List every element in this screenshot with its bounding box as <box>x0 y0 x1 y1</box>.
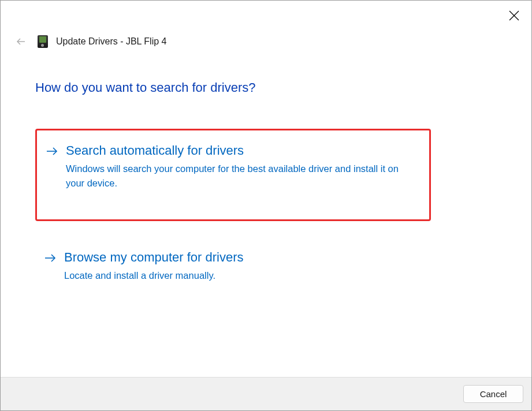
update-drivers-dialog: Update Drivers - JBL Flip 4 How do you w… <box>0 0 532 411</box>
option-browse-computer[interactable]: Browse my computer for drivers Locate an… <box>35 237 431 299</box>
back-button[interactable] <box>14 35 27 48</box>
arrow-right-icon <box>46 147 58 190</box>
option-description: Locate and install a driver manually. <box>64 268 418 283</box>
option-text: Search automatically for drivers Windows… <box>66 143 416 190</box>
close-icon <box>509 10 519 21</box>
dialog-title: Update Drivers - JBL Flip 4 <box>56 36 166 47</box>
option-search-automatically[interactable]: Search automatically for drivers Windows… <box>35 129 431 221</box>
back-arrow-icon <box>16 36 26 47</box>
option-text: Browse my computer for drivers Locate an… <box>64 250 418 283</box>
cancel-button[interactable]: Cancel <box>463 385 523 403</box>
device-icon <box>38 35 48 48</box>
option-title: Browse my computer for drivers <box>64 250 418 265</box>
dialog-footer: Cancel <box>1 377 531 410</box>
question-heading: How do you want to search for drivers? <box>35 80 490 95</box>
option-description: Windows will search your computer for th… <box>66 162 416 190</box>
close-button[interactable] <box>506 8 522 24</box>
arrow-right-icon <box>44 253 56 283</box>
option-title: Search automatically for drivers <box>66 143 416 158</box>
dialog-content: How do you want to search for drivers? S… <box>1 48 531 377</box>
dialog-header: Update Drivers - JBL Flip 4 <box>1 1 531 48</box>
